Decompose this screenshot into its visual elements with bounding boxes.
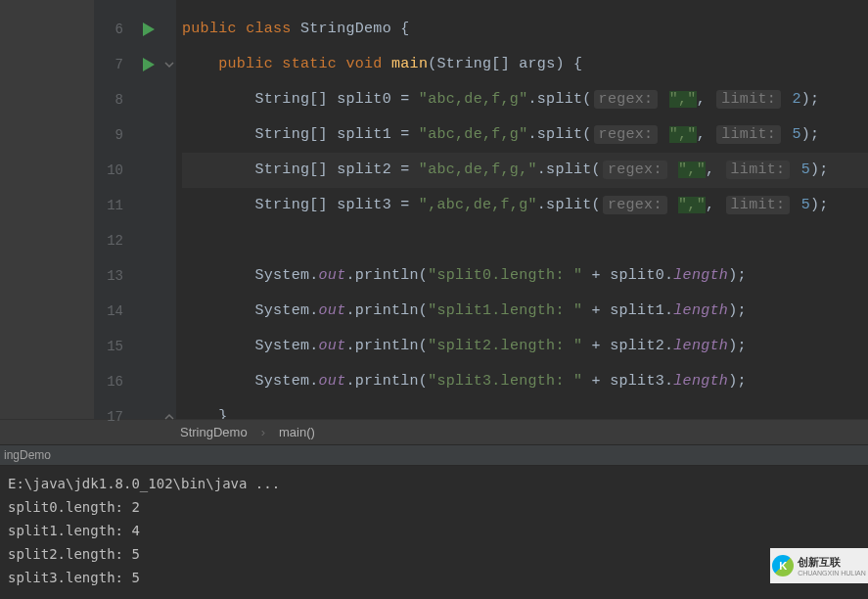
run-gutter xyxy=(135,0,162,419)
line-number: 13 xyxy=(94,258,135,294)
breadcrumb-method[interactable]: main() xyxy=(279,425,315,439)
code-line[interactable]: System.out.println("split2.length: " + s… xyxy=(182,329,868,364)
param-hint: regex: xyxy=(603,196,667,214)
code-line[interactable]: public static void main(String[] args) { xyxy=(182,47,868,82)
line-number: 11 xyxy=(94,188,135,223)
watermark-sub: CHUANGXIN HULIAN xyxy=(798,570,866,576)
code-line[interactable]: System.out.println("split0.length: " + s… xyxy=(182,258,868,294)
fold-gutter xyxy=(162,0,176,419)
line-number: 10 xyxy=(94,153,135,188)
code-line[interactable]: } xyxy=(182,399,868,419)
editor: 6 7 8 9 10 11 12 13 14 15 16 17 public c… xyxy=(0,0,868,419)
line-number: 8 xyxy=(94,82,135,117)
param-hint: regex: xyxy=(594,90,659,109)
code-line-current[interactable]: String[] split2 = "abc,de,f,g,".split(re… xyxy=(182,153,868,188)
code-line[interactable]: System.out.println("split3.length: " + s… xyxy=(182,364,868,399)
console-cmd: E:\java\jdk1.8.0_102\bin\java ... xyxy=(8,472,860,495)
code-line[interactable]: String[] split1 = "abc,de,f,g".split(reg… xyxy=(182,117,868,153)
param-hint: limit: xyxy=(716,125,781,144)
console[interactable]: E:\java\jdk1.8.0_102\bin\java ... split0… xyxy=(0,466,868,589)
param-hint: regex: xyxy=(603,161,667,179)
console-output: split3.length: 5 xyxy=(8,566,860,589)
line-number: 16 xyxy=(94,364,135,399)
line-number: 15 xyxy=(94,329,135,364)
console-output: split0.length: 2 xyxy=(8,495,860,519)
line-number: 12 xyxy=(94,223,135,258)
chevron-right-icon: › xyxy=(261,425,265,439)
breadcrumb-class[interactable]: StringDemo xyxy=(180,425,248,439)
fold-toggle-icon[interactable] xyxy=(162,47,176,82)
code-line[interactable] xyxy=(182,223,868,258)
line-number: 17 xyxy=(94,399,135,435)
line-number: 14 xyxy=(94,294,135,329)
param-hint: regex: xyxy=(594,125,659,144)
line-number: 6 xyxy=(94,12,135,47)
param-hint: limit: xyxy=(726,196,791,214)
watermark-brand: 创新互联 xyxy=(798,555,866,570)
line-number: 9 xyxy=(94,117,135,153)
watermark: K 创新互联 CHUANGXIN HULIAN xyxy=(770,548,868,583)
run-class-icon[interactable] xyxy=(135,12,162,47)
console-output: split1.length: 4 xyxy=(8,519,860,542)
line-number: 7 xyxy=(94,47,135,82)
svg-marker-0 xyxy=(143,23,155,36)
param-hint: limit: xyxy=(726,161,791,179)
run-config-tab[interactable]: ingDemo xyxy=(0,444,868,466)
fold-end-icon[interactable] xyxy=(162,399,176,435)
console-output: split2.length: 5 xyxy=(8,542,860,566)
code-area[interactable]: public class StringDemo { public static … xyxy=(176,0,868,419)
code-line[interactable]: String[] split3 = ",abc,de,f,g".split(re… xyxy=(182,188,868,223)
param-hint: limit: xyxy=(716,90,781,109)
code-line[interactable]: String[] split0 = "abc,de,f,g".split(reg… xyxy=(182,82,868,117)
watermark-logo-icon: K xyxy=(772,555,794,576)
code-line[interactable]: public class StringDemo { xyxy=(182,12,868,47)
run-method-icon[interactable] xyxy=(135,47,162,82)
code-line[interactable]: System.out.println("split1.length: " + s… xyxy=(182,294,868,329)
run-config-label: ingDemo xyxy=(4,448,51,462)
svg-marker-1 xyxy=(143,58,155,71)
project-gutter xyxy=(0,0,94,419)
line-numbers: 6 7 8 9 10 11 12 13 14 15 16 17 xyxy=(94,0,135,419)
